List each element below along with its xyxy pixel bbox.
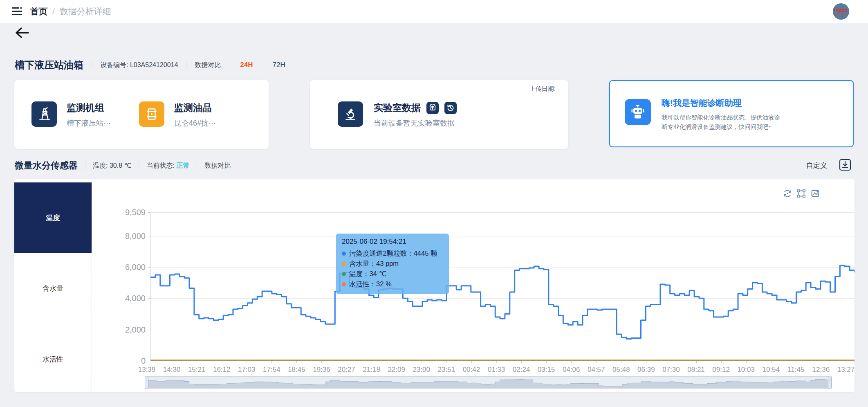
tooltip-row: 温度：34 ℃ xyxy=(342,269,443,279)
zoom-select-icon[interactable] xyxy=(797,189,806,198)
upload-date: 上传日期: - xyxy=(529,85,559,93)
custom-range-button[interactable]: 自定义 xyxy=(806,161,827,170)
avatar-logo-subtext: 智能润滑监测 xyxy=(834,13,848,15)
device-code-label: 设备编号: xyxy=(100,61,128,68)
x-axis-label: 09:12 xyxy=(712,366,730,374)
x-axis-label: 16:12 xyxy=(213,366,231,374)
x-axis-label: 17:54 xyxy=(263,366,280,374)
upload-date-label: 上传日期: xyxy=(529,85,556,92)
range-72h-button[interactable]: 72H xyxy=(273,61,285,69)
monitor-card: 监测机组 槽下液压站··· 监测油品 昆仑46#抗··· xyxy=(14,80,269,149)
sensor-status: 当前状态: 正常 xyxy=(146,162,189,170)
datazoom-handle-right[interactable] xyxy=(828,376,832,389)
x-axis-label: 11:45 xyxy=(787,366,804,374)
y-axis-label: 8,000 xyxy=(113,231,146,241)
tooltip-timestamp: 2025-06-02 19:54:21 xyxy=(342,238,443,246)
series-dot-icon xyxy=(342,272,346,276)
robot-icon xyxy=(625,99,651,125)
crosshair-line xyxy=(326,212,326,361)
x-axis-label: 01:33 xyxy=(488,366,505,374)
upload-icon[interactable] xyxy=(426,102,439,114)
avatar[interactable]: inzoc 智能润滑监测 xyxy=(833,3,849,20)
sensor-compare-label[interactable]: 数据对比 xyxy=(204,162,231,170)
data-compare-label: 数据对比 xyxy=(195,61,221,70)
datazoom-slider[interactable] xyxy=(146,376,830,389)
sensor-temp-value: 30.8 ℃ xyxy=(110,162,132,169)
x-axis-label: 14:30 xyxy=(163,366,181,374)
x-axis-label: 20:27 xyxy=(338,366,355,374)
breadcrumb-current: 数据分析详细 xyxy=(60,6,111,17)
tooltip-row: 污染度通道2颗粒数：4445 颗 xyxy=(342,248,443,259)
x-axis-label: 07:30 xyxy=(662,366,680,374)
divider xyxy=(186,61,186,69)
ai-desc-line2: 断专业化润滑设备监测建议，快问问我吧~ xyxy=(662,122,780,132)
breadcrumb-separator: / xyxy=(52,7,55,16)
oil-item[interactable]: 监测油品 昆仑46#抗··· xyxy=(139,101,216,128)
datazoom-minimap xyxy=(147,377,830,388)
datazoom-handle-left[interactable] xyxy=(145,376,148,389)
status-badge: 正常 xyxy=(176,162,189,169)
ai-assistant-card[interactable]: 嗨!我是智能诊断助理 我可以帮你智能化诊断油品状态、提供油液诊 断专业化润滑设备… xyxy=(609,80,854,147)
y-axis-label: 2,000 xyxy=(113,325,146,334)
avatar-logo-text: inzoc xyxy=(834,8,848,13)
chart-tooltip: 2025-06-02 19:54:21 污染度通道2颗粒数：4445 颗含水量：… xyxy=(336,234,449,294)
sensor-status-label: 当前状态: xyxy=(146,162,174,169)
x-axis-label: 10:03 xyxy=(737,366,755,374)
unit-title: 监测机组 xyxy=(67,101,111,114)
oil-subtitle: 昆仑46#抗··· xyxy=(174,118,216,128)
device-code-value: L03A524120014 xyxy=(130,61,178,68)
range-24h-button[interactable]: 24H xyxy=(240,61,253,69)
sensor-section-header: 微量水分传感器 温度: 30.8 ℃ 当前状态: 正常 数据对比 xyxy=(15,159,231,173)
divider xyxy=(139,162,139,170)
history-icon[interactable] xyxy=(444,102,457,114)
chart-tab-2[interactable]: 含水量 xyxy=(14,253,92,324)
series-dot-icon xyxy=(342,282,346,286)
download-icon[interactable] xyxy=(839,159,851,171)
sensor-title: 微量水分传感器 xyxy=(15,160,78,172)
tooltip-row: 含水量：43 ppm xyxy=(342,259,443,269)
unit-subtitle: 槽下液压站··· xyxy=(67,118,111,128)
restore-icon[interactable] xyxy=(783,189,792,198)
x-axis-label: 21:18 xyxy=(363,366,380,374)
x-axis-label: 18:45 xyxy=(288,366,305,374)
x-axis-label: 05:48 xyxy=(612,366,630,374)
x-axis-label: 02:24 xyxy=(513,366,530,374)
x-axis-label: 15:21 xyxy=(188,366,206,374)
chart-tab-1[interactable]: 温度 xyxy=(14,182,92,253)
ai-desc-line1: 我可以帮你智能化诊断油品状态、提供油液诊 xyxy=(662,113,780,122)
back-button[interactable] xyxy=(15,26,29,39)
divider xyxy=(229,61,229,69)
divider xyxy=(197,162,197,170)
x-axis-label: 04:06 xyxy=(563,366,580,374)
unit-item[interactable]: 监测机组 槽下液压站··· xyxy=(31,101,111,128)
x-axis-label: 13:27 xyxy=(837,366,855,374)
chart-tab-strip: 温度含水量水活性 xyxy=(14,179,92,392)
oil-drum-icon xyxy=(139,101,164,127)
x-axis-label: 13:39 xyxy=(138,366,156,374)
tooltip-row: 水活性：32 % xyxy=(342,279,443,289)
x-axis-label: 03:15 xyxy=(538,366,555,374)
device-header-row: 槽下液压站油箱 设备编号: L03A524120014 数据对比 24H 72H xyxy=(15,58,285,72)
y-axis-label: 9,509 xyxy=(113,208,146,217)
chart-toolbox xyxy=(783,189,820,198)
y-axis-label: 6,000 xyxy=(113,262,146,272)
device-code: 设备编号: L03A524120014 xyxy=(100,61,178,70)
y-axis-label: 4,000 xyxy=(113,294,146,303)
y-axis-label: 0 xyxy=(113,356,146,366)
x-axis-label: 12:36 xyxy=(812,366,830,374)
x-axis-label: 08:21 xyxy=(687,366,705,374)
line-chart[interactable] xyxy=(150,212,855,362)
chart-tab-3[interactable]: 水活性 xyxy=(14,324,92,395)
x-axis-label: 06:39 xyxy=(637,366,655,374)
lab-title: 实验室数据 xyxy=(374,101,421,114)
breadcrumb-home[interactable]: 首页 xyxy=(30,6,47,17)
microscope-icon xyxy=(338,101,363,127)
lab-subtitle: 当前设备暂无实验室数据 xyxy=(374,118,457,128)
save-image-icon[interactable] xyxy=(811,189,820,198)
series-dot-icon xyxy=(342,252,346,256)
x-axis-label: 04:57 xyxy=(588,366,605,374)
derrick-icon xyxy=(31,101,57,127)
menu-fold-icon[interactable] xyxy=(12,7,23,16)
series-dot-icon xyxy=(342,262,346,266)
x-axis-label: 17:03 xyxy=(238,366,256,374)
